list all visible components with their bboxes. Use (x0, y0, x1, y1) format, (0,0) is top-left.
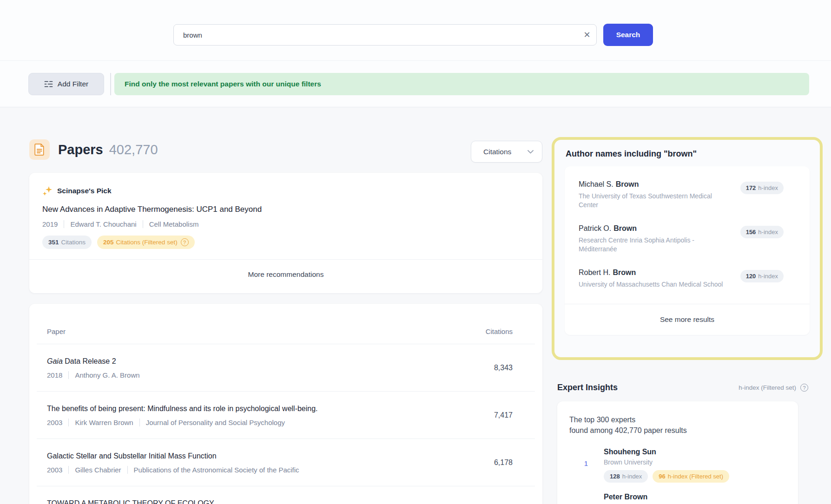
sort-dropdown[interactable]: Citations (471, 141, 542, 163)
see-more-results-button[interactable]: See more results (565, 304, 810, 335)
author-name[interactable]: Michael S.Brown (579, 180, 732, 189)
author-first-name: Patrick O. (579, 224, 611, 232)
papers-result-count: 402,770 (109, 142, 158, 157)
filtered-citations-count: 205 (103, 239, 114, 246)
add-filter-button[interactable]: Add Filter (28, 73, 104, 95)
author-info: Robert H.Brown University of Massachuset… (579, 268, 732, 289)
hindex-label: h-index (622, 473, 642, 480)
pick-paper-author[interactable]: Edward T. Chouchani (70, 220, 136, 228)
paper-title-italic-part: Gaia (47, 357, 63, 365)
papers-header: Papers 402,770 (29, 139, 158, 160)
help-question-icon[interactable]: ? (800, 384, 808, 392)
expert-insights-title: Expert Insights (557, 383, 618, 393)
paper-citation-count: 8,343 (494, 364, 513, 372)
paper-row: TOWARD A METABOLIC THEORY OF ECOLOGY (29, 486, 542, 504)
more-recommendations-button[interactable]: More recommendations (29, 260, 542, 289)
paper-author[interactable]: Anthony G. A. Brown (75, 371, 139, 379)
author-name[interactable]: Robert H.Brown (579, 268, 732, 277)
paper-author[interactable]: Kirk Warren Brown (75, 419, 133, 426)
expert-name[interactable]: Peter Brown (604, 493, 647, 501)
column-citations: Citations (486, 327, 513, 335)
author-item[interactable]: Patrick O.Brown Research Centre Inria So… (579, 224, 784, 254)
meta-divider (64, 220, 64, 228)
filtered-hindex-badge: 96 h-index (Filtered set) (653, 470, 729, 483)
clear-search-icon[interactable]: ✕ (578, 30, 596, 40)
expert-name[interactable]: Shouheng Sun (604, 448, 729, 456)
expert-summary-line2: found among 402,770 paper results (569, 425, 786, 436)
meta-divider (68, 371, 69, 379)
paper-citation-count: 7,417 (494, 411, 513, 419)
author-last-name: Brown (616, 180, 639, 188)
pick-paper-title[interactable]: New Advances in Adaptive Thermogenesis: … (29, 205, 542, 214)
expert-item[interactable]: 1 Shouheng Sun Brown University 128 h-in… (569, 448, 786, 483)
pick-paper-venue[interactable]: Cell Metabolism (149, 220, 199, 228)
paper-venue[interactable]: Journal of Personality and Social Psycho… (146, 419, 285, 426)
paper-results-card: Paper Citations Gaia Data Release 2 2018… (29, 304, 542, 504)
paper-year: 2003 (47, 419, 62, 426)
paper-row: The benefits of being present: Mindfulne… (29, 392, 542, 439)
expert-rank: 1 (581, 448, 591, 483)
expert-info: Peter Brown (604, 493, 647, 504)
paper-venue[interactable]: Publications of the Astronomical Society… (134, 466, 299, 474)
meta-divider (127, 466, 128, 474)
paper-year: 2018 (47, 371, 62, 379)
hindex-value: 172 (746, 184, 756, 191)
paper-row: Galactic Stellar and Substellar Initial … (29, 439, 542, 486)
sparkle-icon (42, 186, 53, 196)
metric-label: h-index (Filtered set) (739, 384, 796, 391)
author-affiliation: University of Massachusetts Chan Medical… (579, 280, 732, 289)
hindex-badge: 172 h-index (740, 182, 784, 194)
author-name[interactable]: Patrick O.Brown (579, 224, 732, 233)
search-bar: ✕ (173, 24, 597, 46)
author-item[interactable]: Robert H.Brown University of Massachuset… (579, 268, 784, 289)
hindex-badge: 156 h-index (740, 226, 784, 238)
hindex-label: h-index (758, 229, 778, 236)
add-filter-label: Add Filter (58, 80, 88, 88)
help-question-icon[interactable]: ? (181, 238, 189, 246)
expert-info: Shouheng Sun Brown University 128 h-inde… (604, 448, 729, 483)
paper-author[interactable]: Gilles Chabrier (75, 466, 121, 474)
expert-item[interactable]: Peter Brown (569, 493, 786, 504)
meta-divider (139, 419, 140, 426)
expert-insights-metric: h-index (Filtered set) ? (739, 384, 808, 392)
hindex-label: h-index (758, 273, 778, 280)
expert-badges: 128 h-index 96 h-index (Filtered set) (604, 470, 729, 483)
filtered-hindex-label: h-index (Filtered set) (668, 473, 723, 480)
scinapse-pick-card: Scinapse's Pick New Advances in Adaptive… (29, 173, 542, 293)
pick-paper-meta: 2019 Edward T. Chouchani Cell Metabolism (29, 220, 542, 228)
paper-title[interactable]: Galactic Stellar and Substellar Initial … (47, 451, 449, 461)
author-first-name: Robert H. (579, 268, 610, 276)
expert-summary-line1: The top 300 experts (569, 414, 786, 425)
expert-insights-card: The top 300 experts found among 402,770 … (557, 401, 798, 504)
paper-title-text: Data Release 2 (63, 357, 116, 365)
search-input[interactable] (174, 31, 578, 39)
meta-divider (143, 220, 143, 228)
paper-title[interactable]: The benefits of being present: Mindfulne… (47, 404, 449, 413)
author-affiliation: The University of Texas Southwestern Med… (579, 192, 732, 209)
paper-title[interactable]: Gaia Data Release 2 (47, 356, 449, 366)
pick-badge-label: Scinapse's Pick (57, 187, 112, 195)
paper-meta: 2003 Kirk Warren Brown Journal of Person… (47, 419, 449, 426)
author-affiliation: Research Centre Inria Sophia Antipolis -… (579, 236, 732, 254)
paper-title[interactable]: TOWARD A METABOLIC THEORY OF ECOLOGY (47, 498, 449, 504)
author-info: Michael S.Brown The University of Texas … (579, 180, 732, 209)
divider (0, 107, 831, 107)
hindex-value: 156 (746, 229, 756, 236)
paper-meta: 2018 Anthony G. A. Brown (47, 371, 449, 379)
search-button[interactable]: Search (603, 24, 653, 46)
chevron-down-icon (528, 150, 534, 154)
author-item[interactable]: Michael S.Brown The University of Texas … (579, 180, 784, 209)
filter-sliders-icon (44, 80, 53, 88)
banner-text: Find only the most relevant papers with … (125, 80, 321, 88)
author-last-name: Brown (613, 268, 636, 276)
paper-document-icon (29, 139, 50, 160)
vertical-divider (110, 73, 111, 95)
author-panel-title: Author names including "brown" (565, 146, 810, 159)
filtered-citations-label: Citations (Filtered set) (116, 239, 178, 246)
divider (0, 60, 831, 61)
pick-badges: 351 Citations 205 Citations (Filtered se… (29, 236, 542, 249)
paper-row: Gaia Data Release 2 2018 Anthony G. A. B… (29, 344, 542, 391)
author-list-card: Michael S.Brown The University of Texas … (565, 166, 810, 335)
paper-meta: 2003 Gilles Chabrier Publications of the… (47, 466, 449, 474)
sort-dropdown-value: Citations (483, 148, 511, 156)
